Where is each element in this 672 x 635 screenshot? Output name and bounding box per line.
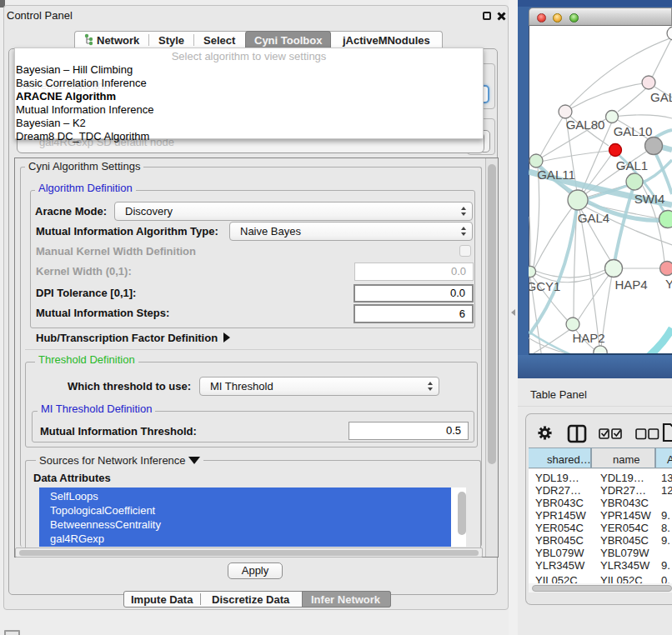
svg-text:GAL80: GAL80: [566, 118, 605, 132]
svg-text:GCY1: GCY1: [529, 279, 560, 293]
svg-text:HAP4: HAP4: [614, 278, 647, 292]
svg-text:GAL11: GAL11: [537, 168, 575, 182]
svg-text:GAL: GAL: [650, 90, 672, 104]
svg-text:HAP2: HAP2: [572, 331, 604, 345]
svg-text:GAL1: GAL1: [616, 158, 648, 172]
svg-text:SWI4: SWI4: [634, 192, 665, 206]
svg-text:Y: Y: [665, 277, 672, 291]
svg-text:GAL10: GAL10: [614, 124, 653, 138]
svg-text:GAL4: GAL4: [578, 211, 609, 225]
